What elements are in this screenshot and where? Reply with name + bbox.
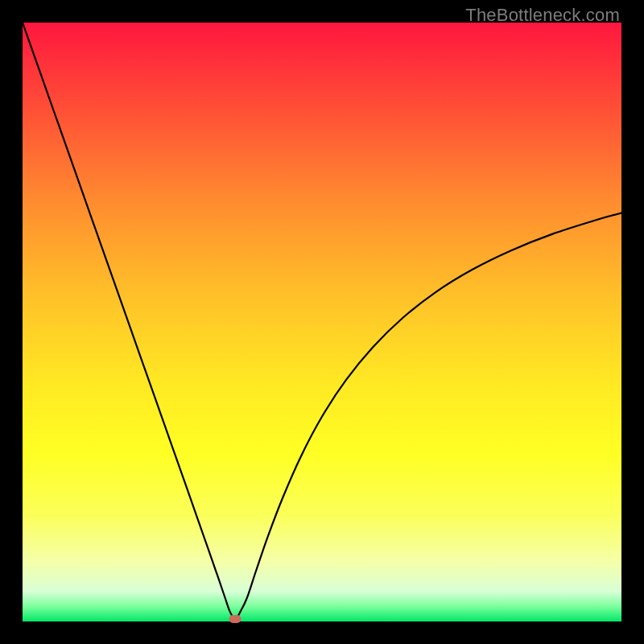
plot-area	[23, 23, 621, 621]
optimum-marker	[229, 615, 242, 623]
watermark-text: TheBottleneck.com	[465, 5, 620, 26]
chart-frame: TheBottleneck.com	[0, 0, 644, 644]
bottleneck-curve	[23, 23, 621, 619]
curve-layer	[23, 23, 621, 621]
